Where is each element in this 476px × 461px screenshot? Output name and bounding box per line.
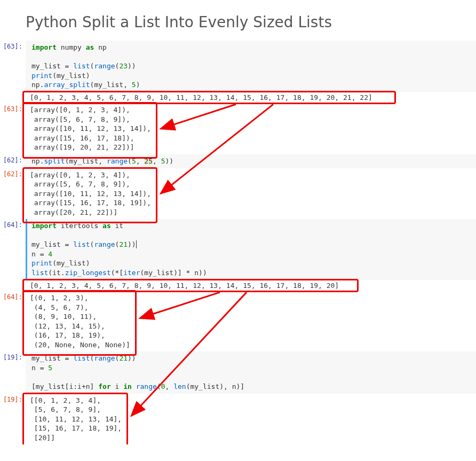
result-row: [62]: [array([0, 1, 2, 3, 4]), array([5,…	[0, 168, 476, 220]
input-prompt: [62]:	[0, 154, 26, 164]
code-cell[interactable]: [19]: my_list = list(range(21)) n = 5 [m…	[0, 351, 476, 393]
input-prompt: [64]:	[0, 219, 26, 229]
input-prompt: [19]:	[0, 351, 26, 361]
result-row: [63]: [array([0, 1, 2, 3, 4]), array([5,…	[0, 103, 476, 154]
print-output-row: [0, 1, 2, 3, 4, 5, 6, 7, 8, 9, 10, 11, 1…	[0, 92, 476, 104]
result-row: [19]: [[0, 1, 2, 3, 4], [5, 6, 7, 8, 9],…	[0, 394, 476, 445]
result-row: [64]: [(0, 1, 2, 3), (4, 5, 6, 7), (8, 9…	[0, 291, 476, 351]
notebook-container: Python Split a List Into Evenly Sized Li…	[0, 13, 476, 444]
print-output-row: [0, 1, 2, 3, 4, 5, 6, 7, 8, 9, 10, 11, 1…	[0, 280, 476, 292]
result-output: [[0, 1, 2, 3, 4], [5, 6, 7, 8, 9], [10, …	[26, 394, 476, 445]
output-prompt: [62]:	[0, 168, 26, 178]
code-cell[interactable]: [63]: import numpy as np my_list = list(…	[0, 41, 476, 92]
code-input[interactable]: import numpy as np my_list = list(range(…	[26, 41, 476, 92]
result-output: [array([0, 1, 2, 3, 4]), array([5, 6, 7,…	[26, 103, 476, 154]
input-prompt: [63]:	[0, 41, 26, 50]
output-prompt: [63]:	[0, 103, 26, 113]
blank-prompt	[0, 92, 26, 94]
output-prompt: [19]:	[0, 394, 26, 403]
code-cell[interactable]: [62]: np.split(my_list, range(5, 25, 5))	[0, 154, 476, 168]
result-output: [(0, 1, 2, 3), (4, 5, 6, 7), (8, 9, 10, …	[26, 291, 476, 351]
stdout-output: [0, 1, 2, 3, 4, 5, 6, 7, 8, 9, 10, 11, 1…	[26, 92, 476, 104]
blank-prompt	[0, 280, 26, 282]
stdout-output: [0, 1, 2, 3, 4, 5, 6, 7, 8, 9, 10, 11, 1…	[26, 280, 476, 292]
code-cell[interactable]: [64]: import itertools as it my_list = l…	[0, 219, 476, 279]
result-output: [array([0, 1, 2, 3, 4]), array([5, 6, 7,…	[26, 168, 476, 220]
code-input[interactable]: my_list = list(range(21)) n = 5 [my_list…	[26, 351, 476, 393]
page-title: Python Split a List Into Evenly Sized Li…	[26, 13, 476, 31]
code-input[interactable]: np.split(my_list, range(5, 25, 5))	[26, 154, 476, 168]
code-input[interactable]: import itertools as it my_list = list(ra…	[26, 219, 476, 279]
output-prompt: [64]:	[0, 291, 26, 301]
